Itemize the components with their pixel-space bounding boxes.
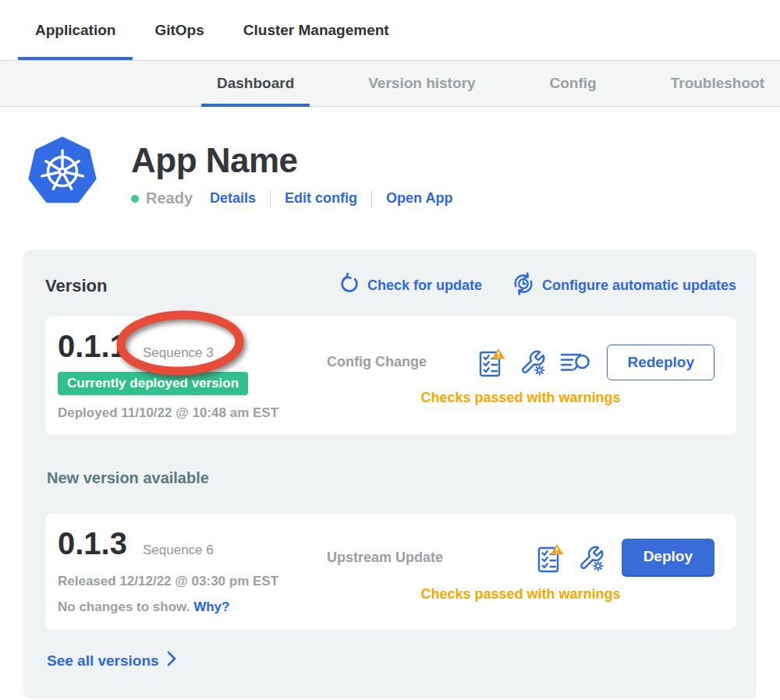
status-badge: Ready (146, 189, 193, 207)
sub-tab-config[interactable]: Config (534, 61, 612, 106)
current-version-card: 0.1.1 Sequence 3 Currently deployed vers… (45, 316, 736, 435)
configure-auto-updates-button[interactable]: Configure automatic updates (512, 272, 736, 299)
top-tab-application[interactable]: Application (18, 0, 133, 60)
currently-deployed-badge: Currently deployed version (58, 372, 248, 395)
chevron-right-icon (167, 651, 176, 670)
check-for-update-label: Check for update (367, 278, 482, 294)
deployed-timestamp: Deployed 11/10/22 @ 10:48 am EST (58, 405, 327, 421)
see-all-versions-label: See all versions (47, 652, 159, 670)
divider (270, 190, 271, 207)
available-checks-status: Checks passed with warnings (327, 586, 714, 603)
no-changes-text: No changes to show. (58, 599, 190, 614)
new-version-heading: New version available (47, 469, 736, 487)
redeploy-button[interactable]: Redeploy (607, 345, 714, 380)
current-checks-status: Checks passed with warnings (327, 390, 714, 406)
see-all-versions-link[interactable]: See all versions (47, 651, 176, 670)
sub-tab-dashboard[interactable]: Dashboard (201, 61, 310, 106)
check-for-update-button[interactable]: Check for update (339, 273, 482, 299)
sub-nav: Dashboard Version history Config Trouble… (0, 60, 780, 107)
configure-auto-updates-label: Configure automatic updates (542, 278, 736, 294)
sub-tab-troubleshoot[interactable]: Troubleshoot (655, 61, 780, 106)
why-link[interactable]: Why? (193, 599, 229, 614)
preflight-checks-icon[interactable] (479, 348, 505, 377)
preflight-checks-icon[interactable] (537, 543, 564, 573)
details-link[interactable]: Details (210, 190, 256, 207)
available-version-number: 0.1.3 (58, 526, 127, 561)
version-section: Version Check for update (23, 250, 757, 698)
app-header: App Name Ready Details Edit config Open … (0, 107, 780, 211)
available-version-card: 0.1.3 Sequence 6 Released 12/12/22 @ 03:… (45, 514, 736, 629)
refresh-icon (339, 273, 360, 299)
sub-tab-version-history[interactable]: Version history (353, 61, 491, 106)
status-dot-icon (131, 195, 139, 203)
current-source-label: Config Change (327, 354, 427, 370)
current-version-number: 0.1.1 (58, 329, 127, 364)
view-files-icon[interactable] (560, 351, 590, 374)
version-section-title: Version (45, 276, 309, 296)
kubernetes-logo-icon (28, 136, 97, 211)
config-wrench-icon[interactable] (519, 349, 546, 376)
config-wrench-icon[interactable] (578, 545, 604, 571)
deploy-button[interactable]: Deploy (622, 539, 714, 577)
available-source-label: Upstream Update (327, 550, 443, 566)
top-tab-cluster-management[interactable]: Cluster Management (226, 0, 406, 60)
top-tab-gitops[interactable]: GitOps (137, 0, 221, 60)
edit-config-link[interactable]: Edit config (285, 190, 357, 207)
divider (371, 190, 372, 207)
page-title: App Name (131, 141, 452, 180)
open-app-link[interactable]: Open App (386, 190, 452, 207)
current-sequence-label: Sequence 3 (143, 345, 214, 361)
top-nav: Application GitOps Cluster Management (0, 0, 780, 60)
released-timestamp: Released 12/12/22 @ 03:30 pm EST (58, 574, 327, 589)
auto-update-icon (512, 272, 535, 299)
available-sequence-label: Sequence 6 (143, 543, 214, 558)
